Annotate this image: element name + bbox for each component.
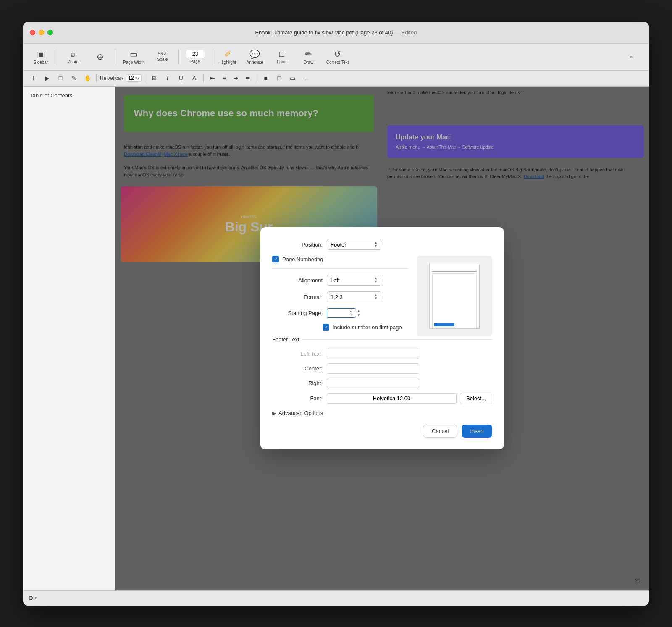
- draw-icon: ✏: [305, 49, 312, 59]
- format-value: 1,2,3: [331, 294, 343, 300]
- title-text: Ebook-Ultimate guide to fix slow Mac.pdf…: [255, 29, 393, 36]
- gear-dropdown-arrow: ▾: [35, 596, 37, 600]
- zoom-in-tool[interactable]: ⊕: [87, 50, 113, 63]
- starting-page-input[interactable]: [327, 308, 356, 318]
- color-button[interactable]: A: [189, 73, 200, 84]
- font-label: Font:: [272, 395, 323, 401]
- format-row: Format: 1,2,3 ▲ ▼: [272, 291, 408, 302]
- font-selector[interactable]: Helvetica ▾: [100, 75, 123, 81]
- checkbox-check: ✓: [274, 257, 278, 262]
- zoom-tool[interactable]: ⌕ Zoom: [60, 47, 86, 66]
- annotate-tool[interactable]: 💬 Annotate: [242, 47, 268, 66]
- align-right-button[interactable]: ⇥: [231, 73, 242, 84]
- include-checkbox[interactable]: ✓: [323, 324, 329, 331]
- bottom-bar: ⚙ ▾: [23, 590, 649, 606]
- highlight-color-btn[interactable]: ■: [260, 73, 271, 84]
- page-width-tool[interactable]: ▭ Page Width: [120, 47, 148, 66]
- right-label: Right:: [272, 380, 323, 386]
- page-numbering-row: ✓ Page Numbering: [272, 256, 408, 262]
- italic-button[interactable]: I: [162, 73, 173, 84]
- step-down[interactable]: ▼: [357, 313, 360, 317]
- position-select[interactable]: Footer ▲ ▼: [327, 239, 381, 250]
- maximize-button[interactable]: [47, 30, 53, 35]
- starting-page-steppers: ▲ ▼: [357, 309, 360, 317]
- bold-button[interactable]: B: [149, 73, 160, 84]
- page-number-input[interactable]: 23: [186, 50, 205, 58]
- step-up[interactable]: ▲: [357, 309, 360, 313]
- scale-label: Scale: [157, 57, 168, 62]
- alignment-value: Left: [331, 277, 340, 283]
- section-line: [303, 339, 492, 340]
- highlight-tool[interactable]: ✐ Highlight: [215, 47, 241, 66]
- underline-button[interactable]: U: [176, 73, 186, 84]
- position-select-arrows: ▲ ▼: [374, 241, 378, 248]
- highlight-label: Highlight: [220, 60, 236, 65]
- more-tool[interactable]: »: [619, 53, 644, 61]
- toolbar-sep-3: [178, 49, 179, 64]
- line-btn[interactable]: —: [301, 73, 312, 84]
- starting-page-label: Starting Page:: [272, 310, 323, 316]
- more-label: »: [630, 55, 633, 59]
- form-tool[interactable]: □ Form: [269, 47, 294, 66]
- insert-button[interactable]: Insert: [462, 425, 492, 438]
- sec-sep-1: [96, 74, 97, 82]
- preview-header: [432, 268, 477, 272]
- hand-tool[interactable]: ✋: [82, 73, 93, 84]
- zoom-in-icon: ⊕: [97, 52, 104, 62]
- left-text-label: Left Text:: [272, 351, 323, 357]
- highlight-icon: ✐: [224, 49, 231, 59]
- minimize-button[interactable]: [39, 30, 44, 35]
- center-input[interactable]: [327, 363, 419, 374]
- titlebar: Ebook-Ultimate guide to fix slow Mac.pdf…: [23, 22, 649, 44]
- traffic-lights: [30, 30, 53, 35]
- align-left-button[interactable]: ⇤: [207, 73, 218, 84]
- correct-text-tool[interactable]: ↺ Correct Text: [323, 47, 352, 66]
- align-justify-button[interactable]: ≣: [242, 73, 253, 84]
- center-row: Center:: [272, 363, 492, 374]
- page-numbering-checkbox[interactable]: ✓: [272, 256, 279, 262]
- dialog-form: ✓ Page Numbering Alignment Left: [272, 256, 408, 336]
- center-label: Center:: [272, 365, 323, 372]
- font-dropdown-arrow: ▾: [121, 76, 123, 81]
- font-size-value: 12: [128, 75, 134, 81]
- fill-color-btn[interactable]: □: [274, 73, 285, 84]
- select-font-button[interactable]: Select...: [460, 393, 492, 404]
- include-checkbox-row: ✓ Include number on first page: [323, 324, 408, 331]
- main-window: Ebook-Ultimate guide to fix slow Mac.pdf…: [23, 22, 649, 606]
- cancel-button[interactable]: Cancel: [423, 425, 457, 438]
- select-tool[interactable]: ▶: [42, 73, 52, 84]
- advanced-options-row[interactable]: ▶ Advanced Options: [272, 410, 492, 416]
- cursor-tool[interactable]: I: [28, 73, 39, 84]
- scale-tool: 56% Scale: [150, 50, 175, 63]
- page-tool: 23 Page: [182, 48, 208, 66]
- gear-button[interactable]: ⚙ ▾: [28, 595, 37, 601]
- sec-sep-4: [257, 74, 257, 82]
- include-label: Include number on first page: [333, 324, 402, 331]
- alignment-select[interactable]: Left ▲ ▼: [327, 275, 381, 286]
- right-input[interactable]: [327, 378, 419, 388]
- format-select-arrows: ▲ ▼: [374, 294, 378, 300]
- font-row: Font: Helvetica 12.00 Select...: [272, 393, 492, 404]
- align-center-button[interactable]: ≡: [219, 73, 230, 84]
- page-width-label: Page Width: [123, 60, 145, 65]
- format-select[interactable]: 1,2,3 ▲ ▼: [327, 291, 381, 302]
- left-text-row: Left Text:: [272, 349, 492, 359]
- pen-tool[interactable]: ✎: [68, 73, 79, 84]
- page-preview: [429, 264, 480, 329]
- toolbar-sep-4: [212, 49, 212, 64]
- pdf-area: Why does Chrome use so much memory? lean…: [116, 87, 649, 590]
- main-toolbar: ▣ Sidebar ⌕ Zoom ⊕ ▭ Page Width 56% Scal…: [23, 44, 649, 71]
- sidebar-tool[interactable]: ▣ Sidebar: [28, 47, 53, 66]
- page-label: Page: [190, 59, 200, 64]
- dialog-overlay: Position: Footer ▲ ▼: [116, 87, 649, 590]
- select-area-tool[interactable]: □: [55, 73, 66, 84]
- font-size-input[interactable]: 12 ▾▴: [126, 74, 141, 82]
- font-display: Helvetica 12.00: [327, 393, 457, 404]
- scale-value: 56%: [158, 52, 167, 56]
- border-btn[interactable]: ▭: [287, 73, 298, 84]
- left-text-input[interactable]: [327, 349, 419, 359]
- draw-label: Draw: [304, 60, 313, 65]
- close-button[interactable]: [30, 30, 35, 35]
- draw-tool[interactable]: ✏ Draw: [296, 47, 321, 66]
- alignment-row: Alignment Left ▲ ▼: [272, 275, 408, 286]
